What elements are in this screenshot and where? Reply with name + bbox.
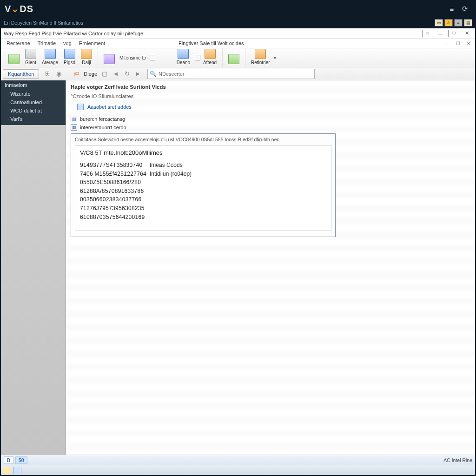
category-1[interactable]: ▤ burerch fercactansg [71, 116, 470, 122]
refresh-icon[interactable]: ↻ [122, 69, 132, 79]
tool-icon [104, 54, 115, 64]
subbar-icon-2[interactable]: ⚠ [444, 19, 453, 26]
main-body: Inmaelom Wizurute Cantoatiunled WCD duli… [1, 80, 475, 455]
logo-rest: DS [20, 4, 33, 14]
ribbon-btn-gient[interactable]: Gient [22, 48, 39, 66]
inner-window-title: Way Resp Fegd Pisg I'vie Pilartad wi Car… [4, 31, 143, 36]
db-icon [178, 49, 189, 59]
menu-bar: Recterane Trimatie vdg Ernienment Fingti… [1, 39, 475, 48]
subbar-icon-3[interactable]: ≡ [454, 19, 463, 26]
search-input[interactable] [159, 71, 312, 77]
stop-icon[interactable]: ▢ [100, 69, 109, 79]
ribbon-btn-retintrier[interactable]: Retintrier [248, 48, 273, 66]
task-app-icon[interactable] [13, 467, 21, 474]
panel-caption: Cnitcitase-Solewitrid oesbe accercelojs … [75, 137, 331, 142]
sidebar-group: Inmaelom Wizurute Cantoatiunled WCD duli… [1, 80, 66, 125]
doc-minimize-button[interactable]: — [443, 40, 452, 46]
sidebar-item-2[interactable]: WCD duliet at [1, 106, 66, 115]
doc-icon [205, 49, 216, 59]
toolbar-label-diege: Diege [82, 71, 99, 77]
app-logo: V⌄DS [5, 3, 33, 14]
menu-item-2[interactable]: vdg [60, 40, 75, 47]
shield-icon[interactable]: ⛨ [43, 69, 52, 79]
window-maximize-button[interactable]: ☐ [448, 30, 459, 37]
category-2[interactable]: ▦ intereretduorrt cerdo [71, 124, 470, 131]
data-row-2: 0550Z5E50886166/280 [80, 178, 326, 187]
add-icon [77, 104, 84, 110]
task-warn-icon[interactable] [3, 467, 11, 474]
chevron-down-icon[interactable]: ▾ [274, 55, 276, 60]
grid-icon: ▦ [71, 124, 77, 131]
outer-subtitle: En Depycten SinMand II Sinfametios [4, 20, 83, 26]
status-bar: B 50 AC Intel Rine [1, 455, 475, 465]
list-icon: ▤ [71, 116, 77, 122]
sidebar-item-0[interactable]: Wizurute [1, 90, 66, 98]
search-icon: 🔍 [150, 71, 157, 77]
ribbon-btn-pigsd[interactable]: Pigsd [61, 48, 78, 66]
logo-prefix: V [5, 4, 11, 14]
status-chip-2[interactable]: 50 [15, 456, 27, 464]
data-row-0: 91493777S4T35830740Imeas Coods [80, 161, 326, 170]
ribbon-btn-sync[interactable] [225, 53, 242, 66]
subbar-icon-4[interactable]: ▤ [464, 19, 472, 26]
ribbon-toolbar: Gient Aterage Pigsd Daiji Mitensime En D… [1, 48, 475, 67]
subbar-icon-1[interactable]: ▭ [435, 19, 443, 26]
data-row-3: 61288A/8570891633786 [80, 187, 326, 196]
menu-secondary-title: Fingtiver Sale till Wolt ocides [178, 40, 244, 46]
panel-inner: V/C8 5T mte.Inolt:200oMllimes 91493777S4… [75, 145, 331, 231]
action-add[interactable]: Aasobet sret uddes [77, 104, 470, 110]
ribbon-group-1: Gient Aterage Pigsd Daiji [3, 48, 98, 67]
ribbon-btn-aterage[interactable]: Aterage [39, 48, 61, 66]
doc-restore-button[interactable]: ☐ [453, 40, 463, 46]
ribbon-btn-aftend[interactable]: Aftend [200, 48, 219, 66]
menu-item-3[interactable]: Ernienment [75, 40, 109, 47]
ribbon-check-2[interactable] [195, 55, 200, 60]
panel-title: V/C8 5T mte.Inolt:200oMllimes [80, 149, 326, 156]
window-minimize-button[interactable]: — [435, 30, 446, 37]
home-icon [8, 54, 20, 64]
sidebar-item-3[interactable]: Varl's [1, 115, 66, 123]
sync-icon [228, 54, 239, 64]
doc-close-button[interactable]: ✕ [464, 40, 473, 46]
ribbon-check-1[interactable] [150, 55, 155, 60]
data-row-1: 7406 M155£f4251227764Intidilun (ro04op) [80, 170, 326, 178]
category-1-label: burerch fercactansg [80, 116, 125, 122]
ribbon-group-4: Retintrier ▾ [245, 48, 279, 67]
storage-icon [45, 49, 56, 59]
status-right-text: AC Intel Rine [443, 457, 472, 463]
window-close-button[interactable]: ✕ [461, 30, 472, 37]
outer-menu-button[interactable]: ≡ [445, 2, 458, 15]
outer-titlebar: V⌄DS ≡ ⟳ [0, 0, 476, 18]
ribbon-group-3 [223, 48, 245, 67]
data-row-5: 71276J79573956308235 [80, 204, 326, 213]
forward-icon[interactable]: ► [133, 69, 143, 79]
secondary-toolbar: Kquantthen ⛨ ◉ 🏷 Diege ▢ ◄ ↻ ► 🔍 [1, 67, 475, 80]
sidebar: Inmaelom Wizurute Cantoatiunled WCD duli… [1, 80, 66, 455]
content-subtitle: °Czocde IO Sfluralunciatres [71, 93, 470, 99]
outer-subbar: En Depycten SinMand II Sinfametios ▭ ⚠ ≡… [0, 18, 476, 28]
sidebar-header: Inmaelom [1, 80, 66, 90]
ribbon-btn-mitensime[interactable] [101, 53, 118, 66]
menu-item-0[interactable]: Recterane [3, 40, 34, 47]
menu-item-1[interactable]: Trimatie [34, 40, 60, 47]
inner-window-titlebar: Way Resp Fegd Pisg I'vie Pilartad wi Car… [1, 28, 475, 39]
data-panel: Cnitcitase-Solewitrid oesbe accercelojs … [71, 133, 336, 237]
ribbon-btn-daiji[interactable]: Daiji [78, 48, 95, 66]
tag-icon[interactable]: 🏷 [72, 69, 81, 79]
ribbon-btn-home[interactable] [6, 53, 22, 66]
data-row-4: 0035066023834037766 [80, 195, 326, 204]
sidebar-item-1[interactable]: Cantoatiunled [1, 98, 66, 106]
globe-icon[interactable]: ◉ [54, 69, 63, 79]
tab-kquantthen[interactable]: Kquantthen [3, 69, 39, 79]
window-restore-button[interactable]: ▭ [422, 30, 433, 37]
back-icon[interactable]: ◄ [111, 69, 120, 79]
content-title: Haple votger Zerf Ivate Surtiont Vicds [71, 84, 470, 90]
report-icon [255, 49, 266, 59]
category-2-label: intereretduorrt cerdo [80, 125, 126, 130]
search-box[interactable]: 🔍 [147, 69, 315, 79]
outer-refresh-button[interactable]: ⟳ [458, 2, 471, 15]
action-add-label: Aasobet sret uddes [87, 104, 132, 110]
ribbon-label-mitensime: Mitensime En [119, 55, 148, 60]
ribbon-btn-deano[interactable]: Deano [174, 48, 193, 66]
status-chip-1[interactable]: B [4, 456, 13, 464]
